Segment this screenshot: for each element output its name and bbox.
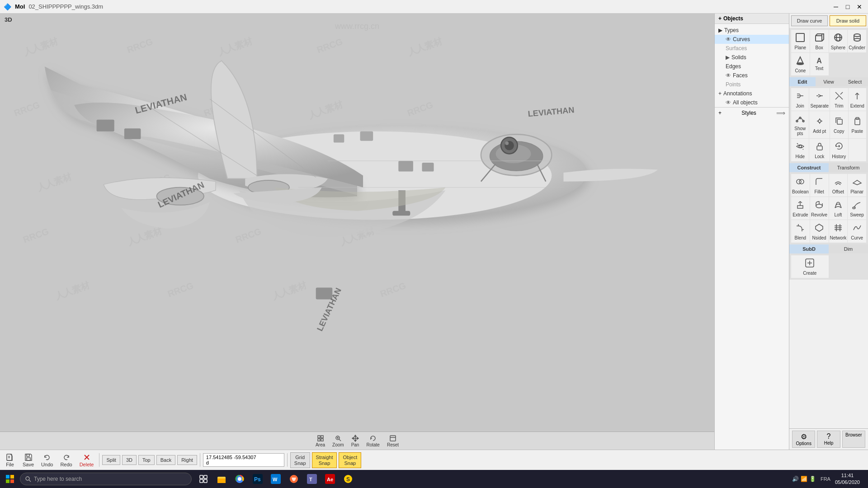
annotations-label: Annotations [723, 90, 752, 97]
straight-snap-button[interactable]: Straight Snap [312, 452, 337, 468]
tools-panel: Draw curve Draw solid Plane [789, 14, 868, 450]
taskbar-app9[interactable]: S [340, 471, 356, 487]
tool-cylinder[interactable]: Cylinder [848, 30, 866, 52]
subd-tab[interactable]: SubD [789, 244, 829, 253]
tool-separate[interactable]: Separate [809, 88, 830, 111]
taskbar-photoshop[interactable]: Ps [250, 471, 266, 487]
tree-points[interactable]: Points [715, 80, 789, 89]
taskbar-app6[interactable] [286, 471, 302, 487]
delete-button[interactable]: Delete [77, 452, 97, 468]
view-right-button[interactable]: Right [177, 455, 197, 465]
tool-create[interactable]: Create [791, 255, 829, 278]
taskbar-search[interactable]: Type here to search [20, 473, 192, 485]
split-button[interactable]: Split [102, 455, 120, 465]
tool-offset[interactable]: Offset [829, 174, 848, 197]
help-button[interactable]: ? Help [817, 431, 840, 448]
tool-add-pt[interactable]: Add pt [809, 111, 830, 138]
taskbar-cortana[interactable] [195, 471, 212, 487]
trim-icon [834, 91, 844, 102]
taskbar-app8[interactable]: Ae [322, 471, 338, 487]
svg-point-85 [816, 204, 822, 208]
svg-point-66 [799, 117, 801, 119]
styles-row[interactable]: + Styles ⟹ [715, 107, 789, 118]
draw-solid-tab[interactable]: Draw solid [830, 15, 866, 26]
tool-sphere[interactable]: Sphere [829, 30, 848, 52]
tool-show-pts[interactable]: Show pts [791, 111, 809, 138]
taskbar-chrome[interactable] [231, 471, 248, 487]
annotations-item[interactable]: + Annotations [715, 89, 789, 98]
taskbar-app7[interactable]: T [304, 471, 320, 487]
transform-tab[interactable]: Transform [829, 163, 868, 172]
view-back-button[interactable]: Back [156, 455, 175, 465]
tool-loft[interactable]: Loft [829, 197, 848, 220]
save-button[interactable]: Save [20, 452, 37, 468]
zoom-nav-button[interactable]: Zoom [330, 434, 347, 448]
tree-solids[interactable]: ▶ Solids [715, 53, 789, 62]
redo-button[interactable]: Redo [57, 452, 75, 468]
tool-extrude[interactable]: Extrude [791, 197, 810, 220]
dim-tab[interactable]: Dim [829, 244, 868, 253]
draw-curve-tab[interactable]: Draw curve [791, 15, 828, 26]
tool-text[interactable]: A Text [810, 53, 829, 75]
svg-rect-105 [6, 475, 9, 479]
tool-cone[interactable]: Cone [791, 53, 810, 75]
tool-blend[interactable]: Blend [791, 220, 810, 243]
tool-extend[interactable]: Extend [849, 88, 866, 111]
close-button[interactable]: ✕ [854, 2, 864, 12]
tool-paste[interactable]: Paste [849, 111, 866, 138]
tree-faces[interactable]: 👁 Faces [715, 71, 789, 80]
tool-nsided[interactable]: Nsided [810, 220, 829, 243]
start-button[interactable] [2, 471, 18, 487]
options-button[interactable]: ⚙ Options [792, 431, 815, 448]
tool-network[interactable]: Network [829, 220, 848, 243]
network-icon-tray[interactable]: 🔊 [792, 476, 799, 482]
tool-fillet[interactable]: Fillet [810, 174, 829, 197]
tree-all-objects[interactable]: 👁 All objects [715, 98, 789, 107]
tree-edges[interactable]: Edges [715, 62, 789, 71]
tree-surfaces[interactable]: Surfaces [715, 44, 789, 53]
construct-tab[interactable]: Construct [789, 163, 829, 172]
tool-history[interactable]: History [830, 139, 848, 161]
boolean-icon [795, 177, 805, 188]
taskbar-app5[interactable]: W [268, 471, 284, 487]
tool-sweep[interactable]: Sweep [848, 197, 866, 220]
object-snap-button[interactable]: Object Snap [339, 452, 361, 468]
locale-indicator[interactable]: FRA [821, 476, 830, 482]
view-3d-button[interactable]: 3D [122, 455, 137, 465]
tool-curve-construct[interactable]: Curve [848, 220, 866, 243]
view-top-button[interactable]: Top [138, 455, 155, 465]
tool-plane[interactable]: Plane [791, 30, 810, 52]
tool-planar[interactable]: Planar [848, 174, 866, 197]
pan-nav-button[interactable]: Pan [349, 434, 362, 448]
volume-icon-tray[interactable]: 📶 [801, 476, 807, 482]
tool-lock[interactable]: Lock [809, 139, 830, 161]
tool-box[interactable]: Box [810, 30, 829, 52]
reset-nav-button[interactable]: Reset [384, 434, 401, 448]
tool-revolve[interactable]: Revolve [810, 197, 829, 220]
taskbar-explorer[interactable] [213, 471, 230, 487]
objects-header[interactable]: + Objects [715, 14, 789, 24]
tool-join[interactable]: Join [791, 88, 809, 111]
select-tab[interactable]: Select [842, 77, 868, 86]
clock-display[interactable]: 11:41 05/06/2020 [835, 472, 860, 486]
tool-trim[interactable]: Trim [830, 88, 848, 111]
rotate-nav-button[interactable]: Rotate [363, 434, 382, 448]
tool-hide[interactable]: Hide [791, 139, 809, 161]
minimize-button[interactable]: ─ [831, 2, 841, 12]
objects-label: Objects [723, 15, 743, 22]
browser-button[interactable]: Browser [842, 431, 865, 448]
tree-curves[interactable]: 👁 Curves [715, 35, 789, 44]
battery-icon-tray[interactable]: 🔋 [809, 476, 816, 482]
tool-boolean[interactable]: Boolean [791, 174, 810, 197]
view-tab[interactable]: View [816, 77, 842, 86]
undo-button[interactable]: Undo [38, 452, 56, 468]
tool-copy[interactable]: Copy [830, 111, 848, 138]
grid-snap-button[interactable]: Grid Snap [290, 452, 310, 468]
area-nav-button[interactable]: Area [313, 434, 328, 448]
file-button[interactable]: File [2, 452, 18, 468]
types-header[interactable]: ▶ Types [715, 26, 789, 35]
viewport-3d[interactable]: 3D www.rrcg.cn 人人素材 RRCG 人人素材 RRCG 人人素材 … [0, 14, 714, 450]
maximize-button[interactable]: □ [843, 2, 853, 12]
save-label: Save [23, 462, 34, 467]
edit-tab[interactable]: Edit [789, 77, 816, 86]
